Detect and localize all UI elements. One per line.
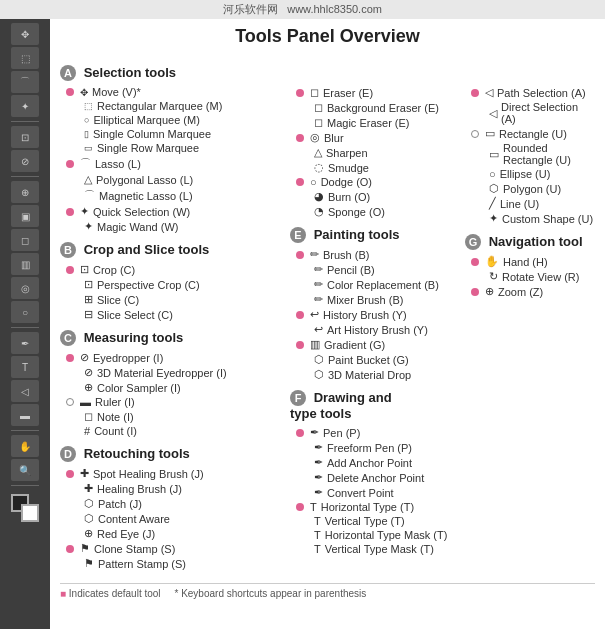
toolbar-path-icon[interactable]: ◁ bbox=[11, 380, 39, 402]
eyedropper-icon: ⊘ bbox=[80, 351, 89, 364]
toolbar-hand-icon[interactable]: ✋ bbox=[11, 435, 39, 457]
background-color[interactable] bbox=[21, 504, 39, 522]
tool-move-label: Move (V)* bbox=[92, 86, 141, 98]
dodge-subgroup: ◕ Burn (O) ◔ Sponge (O) bbox=[314, 189, 455, 219]
bullet-blur bbox=[296, 134, 304, 142]
drawing-tools-list: ✒ Pen (P) ✒ Freeform Pen (P) ✒ Add Ancho… bbox=[296, 425, 455, 556]
tool-healing-label: Healing Brush (J) bbox=[97, 483, 182, 495]
tool-eraser-label: Eraser (E) bbox=[323, 87, 373, 99]
toolbar-stamp-icon[interactable]: ▣ bbox=[11, 205, 39, 227]
tool-line: ╱ Line (U) bbox=[489, 196, 595, 211]
patch-icon: ⬡ bbox=[84, 497, 94, 510]
bullet-history-brush bbox=[296, 311, 304, 319]
tool-slice-select: ⊟ Slice Select (C) bbox=[84, 307, 280, 322]
toolbar-zoom-icon[interactable]: 🔍 bbox=[11, 459, 39, 481]
horiz-type-icon: T bbox=[310, 501, 317, 513]
tool-pen: ✒ Pen (P) bbox=[296, 425, 455, 440]
sponge-icon: ◔ bbox=[314, 205, 324, 218]
toolbar-crop-icon[interactable]: ⊡ bbox=[11, 126, 39, 148]
tool-poly-lasso: △ Polygonal Lasso (L) bbox=[84, 172, 280, 187]
color-sampler-icon: ⊕ bbox=[84, 381, 93, 394]
tool-red-eye: ⊕ Red Eye (J) bbox=[84, 526, 280, 541]
tool-rounded-rect: ▭ Rounded Rectangle (U) bbox=[489, 141, 595, 167]
toolbar-wand-icon[interactable]: ✦ bbox=[11, 95, 39, 117]
tool-polygon-label: Polygon (U) bbox=[503, 183, 561, 195]
ruler-icon: ▬ bbox=[80, 396, 91, 408]
bullet-dodge bbox=[296, 178, 304, 186]
pen-icon: ✒ bbox=[310, 426, 319, 439]
lasso-subgroup: △ Polygonal Lasso (L) ⌒ Magnetic Lasso (… bbox=[84, 172, 280, 204]
tool-zoom-label: Zoom (Z) bbox=[498, 286, 543, 298]
tool-count-label: Count (I) bbox=[94, 425, 137, 437]
tool-rounded-rect-label: Rounded Rectangle (U) bbox=[503, 142, 595, 166]
footer-note1: Indicates default tool bbox=[69, 588, 175, 599]
tool-slice-label: Slice (C) bbox=[97, 294, 139, 306]
toolbar-healing-icon[interactable]: ⊕ bbox=[11, 181, 39, 203]
tool-brush: ✏ Brush (B) bbox=[296, 247, 455, 262]
horiz-type-mask-icon: T bbox=[314, 529, 321, 541]
eyedropper-subgroup: ⊘ 3D Material Eyedropper (I) ⊕ Color Sam… bbox=[84, 365, 280, 395]
tool-custom-shape: ✦ Custom Shape (U) bbox=[489, 211, 595, 226]
hand-icon: ✋ bbox=[485, 255, 499, 268]
tool-patch: ⬡ Patch (J) bbox=[84, 496, 280, 511]
section-measuring-title: C Measuring tools bbox=[60, 330, 280, 346]
tool-rect-marquee-label: Rectangular Marquee (M) bbox=[97, 100, 222, 112]
quick-sel-icon: ✦ bbox=[80, 205, 89, 218]
toolbar-sep-2 bbox=[11, 176, 39, 177]
tool-add-anchor: ✒ Add Anchor Point bbox=[314, 455, 455, 470]
tool-color-replace-label: Color Replacement (B) bbox=[327, 279, 439, 291]
hand-subgroup: ↻ Rotate View (R) bbox=[489, 269, 595, 284]
bullet-eraser bbox=[296, 89, 304, 97]
eraser-icon: ◻ bbox=[310, 86, 319, 99]
tool-burn: ◕ Burn (O) bbox=[314, 189, 455, 204]
tool-hand-label: Hand (H) bbox=[503, 256, 548, 268]
magic-eraser-icon: ◻ bbox=[314, 116, 323, 129]
columns-wrapper: A Selection tools ✥ Move (V)* ⬚ Rectangu… bbox=[60, 57, 595, 575]
tool-color-sampler-label: Color Sampler (I) bbox=[97, 382, 181, 394]
tool-3d-eyedrop: ⊘ 3D Material Eyedropper (I) bbox=[84, 365, 280, 380]
toolbar-eraser-icon[interactable]: ◻ bbox=[11, 229, 39, 251]
toolbar-shape-icon[interactable]: ▬ bbox=[11, 404, 39, 426]
toolbar-eyedrop-icon[interactable]: ⊘ bbox=[11, 150, 39, 172]
zoom-icon: ⊕ bbox=[485, 285, 494, 298]
toolbar-gradient-icon[interactable]: ▥ bbox=[11, 253, 39, 275]
toolbar-text-icon[interactable]: T bbox=[11, 356, 39, 378]
tool-count: # Count (I) bbox=[84, 424, 280, 438]
toolbar-blur-icon[interactable]: ◎ bbox=[11, 277, 39, 299]
tool-quick-sel-label: Quick Selection (W) bbox=[93, 206, 190, 218]
tool-smudge: ◌ Smudge bbox=[314, 160, 455, 175]
toolbar-color-block[interactable] bbox=[11, 494, 39, 522]
ruler-subgroup: ◻ Note (I) # Count (I) bbox=[84, 409, 280, 438]
tool-single-col: ▯ Single Column Marquee bbox=[84, 127, 280, 141]
toolbar-lasso-icon[interactable]: ⌒ bbox=[11, 71, 39, 93]
bullet-clone-stamp bbox=[66, 545, 74, 553]
tool-poly-lasso-label: Polygonal Lasso (L) bbox=[96, 174, 193, 186]
tool-sponge: ◔ Sponge (O) bbox=[314, 204, 455, 219]
pathsel-tools-list: ◁ Path Selection (A) ◁ Direct Selection … bbox=[471, 85, 595, 226]
section-e-letter: E bbox=[290, 227, 306, 243]
tool-direct-sel: ◁ Direct Selection (A) bbox=[489, 100, 595, 126]
tool-brush-label: Brush (B) bbox=[323, 249, 369, 261]
left-toolbar: ✥ ⬚ ⌒ ✦ ⊡ ⊘ ⊕ ▣ ◻ ▥ ◎ ○ ✒ T ◁ ▬ ✋ 🔍 bbox=[0, 18, 50, 629]
tool-3d-material-drop-label: 3D Material Drop bbox=[328, 369, 411, 381]
tool-quick-sel: ✦ Quick Selection (W) bbox=[66, 204, 280, 219]
section-b-letter: B bbox=[60, 242, 76, 258]
toolbar-dodge-icon[interactable]: ○ bbox=[11, 301, 39, 323]
bullet-pen bbox=[296, 429, 304, 437]
main-container: ✥ ⬚ ⌒ ✦ ⊡ ⊘ ⊕ ▣ ◻ ▥ ◎ ○ ✒ T ◁ ▬ ✋ 🔍 Tool… bbox=[0, 0, 605, 629]
toolbar-move-icon[interactable]: ✥ bbox=[11, 23, 39, 45]
freeform-pen-icon: ✒ bbox=[314, 441, 323, 454]
tool-eyedropper: ⊘ Eyedropper (I) bbox=[66, 350, 280, 365]
3d-eyedrop-icon: ⊘ bbox=[84, 366, 93, 379]
footer-note: ■ Indicates default tool * Keyboard shor… bbox=[60, 583, 595, 599]
blur-icon: ◎ bbox=[310, 131, 320, 144]
tool-clone-stamp: ⚑ Clone Stamp (S) bbox=[66, 541, 280, 556]
tool-polygon: ⬡ Polygon (U) bbox=[489, 181, 595, 196]
tool-vert-type-label: Vertical Type (T) bbox=[325, 515, 405, 527]
rect-marquee-icon: ⬚ bbox=[84, 101, 93, 111]
toolbar-pen-icon[interactable]: ✒ bbox=[11, 332, 39, 354]
line-icon: ╱ bbox=[489, 197, 496, 210]
tool-paint-bucket: ⬡ Paint Bucket (G) bbox=[314, 352, 455, 367]
toolbar-marquee-icon[interactable]: ⬚ bbox=[11, 47, 39, 69]
note-icon: ◻ bbox=[84, 410, 93, 423]
